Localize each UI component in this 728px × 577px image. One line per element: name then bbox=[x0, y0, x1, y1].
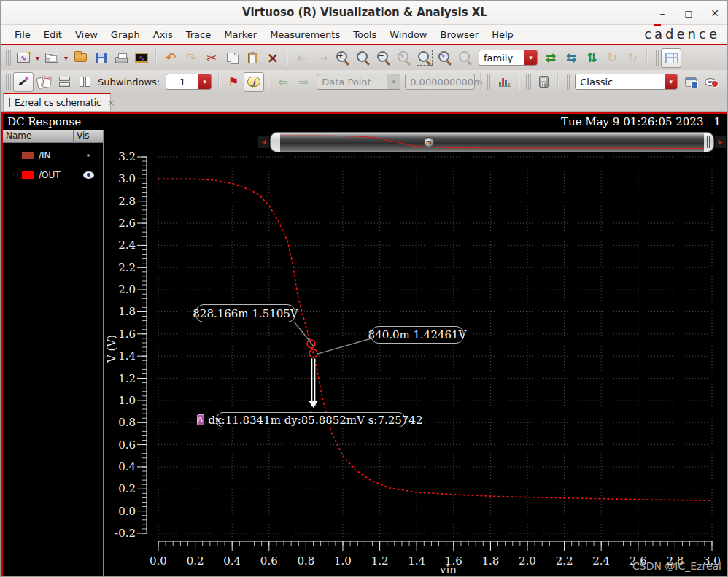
tab-ezreal-cs-schematic[interactable]: Ezreal cs schematic × bbox=[3, 93, 111, 111]
subwindows-combo[interactable]: 1 ▾ bbox=[166, 74, 212, 90]
new-window-button[interactable]: ∿✶ bbox=[13, 48, 34, 68]
menu-tools[interactable]: Tools bbox=[346, 27, 383, 42]
undo-button[interactable]: ↶ bbox=[160, 48, 181, 68]
copy-button[interactable] bbox=[222, 48, 242, 68]
new-subwindow-dropdown[interactable]: ▾ bbox=[62, 48, 70, 68]
zoom-fit-button[interactable] bbox=[414, 48, 435, 68]
calculator-button[interactable] bbox=[533, 72, 554, 92]
marker1-callout[interactable]: 828.166m 1.5105V bbox=[195, 304, 295, 322]
refresh-button[interactable]: ↻ bbox=[622, 48, 643, 68]
tab-close-icon[interactable]: × bbox=[107, 97, 115, 108]
zoom-x-button[interactable]: ∿ bbox=[394, 48, 414, 68]
export-image-button[interactable]: ∿ bbox=[131, 48, 152, 68]
paste-button[interactable] bbox=[242, 48, 263, 68]
cards-button[interactable] bbox=[34, 72, 54, 92]
minimize-icon[interactable]: – bbox=[656, 7, 669, 20]
toolbar-secondary: ✶ Subwindows: 1 ▾ ⚑ i ⇐ ⇒ Data Point ▾ 0… bbox=[1, 70, 728, 93]
menu-graph[interactable]: Graph bbox=[104, 27, 147, 42]
traces-split-button[interactable]: ⇅ bbox=[581, 48, 602, 68]
datapoint-combo-caret[interactable]: ▾ bbox=[387, 74, 400, 89]
flag-button[interactable]: ⚑ bbox=[223, 72, 244, 92]
toolbar-grip[interactable] bbox=[487, 74, 492, 90]
delta-icon: Δ bbox=[197, 414, 204, 425]
legend-vis-header[interactable]: Vis bbox=[74, 130, 103, 142]
delete-button[interactable]: × bbox=[263, 48, 283, 68]
maximize-icon[interactable]: ◻ bbox=[682, 7, 695, 20]
svg-text:2.4: 2.4 bbox=[118, 239, 136, 252]
horizontal-layout-button[interactable] bbox=[54, 72, 74, 92]
plot-canvas[interactable]: -0.20.00.20.40.60.81.01.21.41.61.82.02.2… bbox=[104, 130, 727, 576]
datapoint-value-field[interactable]: 0.000000000m bbox=[405, 74, 475, 90]
zoom-in-button[interactable]: + bbox=[333, 48, 353, 68]
cut-icon: ✂ bbox=[206, 52, 217, 64]
legend-name-header[interactable]: Name bbox=[3, 130, 74, 142]
toolbar-grip[interactable] bbox=[6, 50, 11, 66]
new-subwindow-button[interactable] bbox=[42, 48, 62, 68]
traces-strip-icon: ⇆ bbox=[566, 52, 576, 64]
family-combo-caret[interactable]: ▾ bbox=[524, 50, 537, 65]
zoom-off-button[interactable] bbox=[455, 48, 476, 68]
trace-name-in: /IN bbox=[39, 150, 74, 160]
info-balloon-button[interactable]: i bbox=[244, 72, 264, 92]
datapoint-combo[interactable]: Data Point ▾ bbox=[317, 74, 400, 90]
traces-overlay-button[interactable]: ⇄ bbox=[541, 48, 561, 68]
zoom-out-2x-button[interactable]: − bbox=[373, 48, 394, 68]
show-grid-button[interactable] bbox=[661, 48, 681, 68]
toolbar-grip[interactable] bbox=[6, 74, 11, 90]
svg-text:0.2: 0.2 bbox=[118, 482, 136, 495]
menu-axis[interactable]: Axis bbox=[147, 27, 179, 42]
menu-browser[interactable]: Browser bbox=[434, 27, 486, 42]
prev-point-button[interactable]: ⇐ bbox=[273, 72, 293, 92]
calculator-icon bbox=[539, 76, 549, 88]
histogram-button[interactable] bbox=[495, 72, 515, 92]
trace-row-out[interactable]: ·· /OUT bbox=[3, 167, 103, 182]
toolbar-separator bbox=[480, 73, 481, 90]
toolbar-grip[interactable] bbox=[526, 74, 531, 90]
visibility-eye-icon[interactable] bbox=[83, 171, 94, 179]
vertical-layout-button[interactable] bbox=[74, 72, 95, 92]
menu-window[interactable]: Window bbox=[383, 27, 433, 42]
traces-strip-button[interactable]: ⇆ bbox=[561, 48, 581, 68]
style-combo-caret[interactable]: ▾ bbox=[665, 74, 677, 89]
visibility-dot-icon[interactable] bbox=[87, 154, 90, 157]
tab-bar: Ezreal cs schematic × bbox=[1, 93, 728, 112]
marker2-callout[interactable]: 840.0m 1.42461V bbox=[371, 326, 464, 344]
close-icon[interactable]: ✕ bbox=[708, 7, 721, 20]
menu-edit[interactable]: Edit bbox=[37, 27, 69, 42]
print-button[interactable] bbox=[111, 48, 131, 68]
hide-trace-button[interactable] bbox=[701, 72, 721, 92]
new-window-dropdown[interactable]: ▾ bbox=[34, 48, 42, 68]
cut-button[interactable]: ✂ bbox=[201, 48, 222, 68]
toolbar-separator bbox=[218, 73, 220, 90]
subwindows-caret[interactable]: ▾ bbox=[198, 74, 211, 89]
wizard-button[interactable]: ✶ bbox=[13, 72, 34, 92]
toolbar-grip[interactable] bbox=[654, 50, 659, 66]
style-combo[interactable]: Classic ▾ bbox=[575, 74, 678, 90]
menu-view[interactable]: View bbox=[69, 27, 104, 42]
trace-color-swatch-out[interactable] bbox=[22, 171, 34, 179]
trace-row-in[interactable]: ·· /IN bbox=[3, 147, 103, 163]
menu-trace[interactable]: Trace bbox=[179, 27, 218, 42]
menu-measurements[interactable]: Measurements bbox=[263, 27, 346, 42]
zoom-wave-button[interactable]: ∿ bbox=[435, 48, 455, 68]
menu-help[interactable]: Help bbox=[485, 27, 520, 42]
family-combo[interactable]: family ▾ bbox=[479, 50, 538, 66]
delta-callout[interactable]: Δ dx:11.8341m dy:85.8852mV s:7.25742 bbox=[216, 412, 406, 427]
flag-icon: ⚑ bbox=[228, 76, 239, 88]
back-button[interactable]: ← bbox=[292, 48, 312, 68]
svg-text:V (V): V (V) bbox=[105, 335, 118, 363]
next-point-button[interactable]: ⇒ bbox=[293, 72, 314, 92]
svg-text:2.0: 2.0 bbox=[519, 554, 536, 568]
menu-file[interactable]: File bbox=[8, 27, 37, 42]
zoom-in-2x-button[interactable]: ² bbox=[353, 48, 373, 68]
open-button[interactable] bbox=[70, 48, 90, 68]
save-session-button[interactable] bbox=[681, 72, 701, 92]
toolbar-grip[interactable] bbox=[565, 74, 570, 90]
redo-button[interactable]: ↷ bbox=[181, 48, 201, 68]
menu-marker[interactable]: Marker bbox=[217, 27, 263, 42]
magic-wand-icon: ✶ bbox=[17, 75, 30, 88]
refresh-add-button[interactable]: ↻ bbox=[602, 48, 622, 68]
forward-button[interactable]: → bbox=[312, 48, 333, 68]
trace-color-swatch-in[interactable] bbox=[22, 152, 34, 159]
save-button[interactable] bbox=[90, 48, 111, 68]
